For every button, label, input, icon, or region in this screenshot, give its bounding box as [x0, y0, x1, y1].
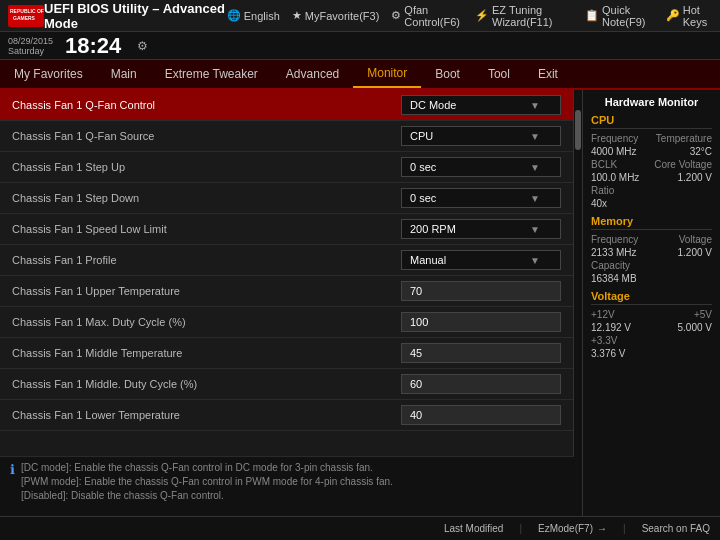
hw-memory-section: Memory [591, 215, 712, 230]
quick-note-shortcut[interactable]: 📋 Quick Note(F9) [585, 4, 654, 28]
setting-label-qfan-control: Chassis Fan 1 Q-Fan Control [12, 99, 401, 111]
hw-ratio-label: Ratio [591, 185, 712, 196]
hw-bclk-row: BCLK Core Voltage [591, 159, 712, 170]
nav-extreme-tweaker[interactable]: Extreme Tweaker [151, 60, 272, 88]
setting-label-step-down: Chassis Fan 1 Step Down [12, 192, 401, 204]
dropdown-speed-low-limit[interactable]: 200 RPM▼ [401, 219, 561, 239]
ez-mode-button[interactable]: EzMode(F7) → [538, 523, 607, 534]
bottom-bar: Last Modified | EzMode(F7) → | Search on… [0, 516, 720, 540]
nav-monitor[interactable]: Monitor [353, 60, 421, 88]
clock-display: 18:24 [65, 33, 121, 59]
scroll-thumb[interactable] [575, 110, 581, 150]
setting-row-middle-temp[interactable]: Chassis Fan 1 Middle Temperature45 [0, 338, 573, 369]
last-modified: Last Modified [444, 523, 503, 534]
hw-cpu-freq-val-row: 4000 MHz 32°C [591, 146, 712, 157]
setting-label-middle-duty: Chassis Fan 1 Middle. Duty Cycle (%) [12, 378, 401, 390]
nav-boot[interactable]: Boot [421, 60, 474, 88]
hw-mem-freq-row: Frequency Voltage [591, 234, 712, 245]
input-middle-duty[interactable]: 60 [401, 374, 561, 394]
rog-logo: REPUBLIC OF GAMERS [8, 5, 44, 27]
setting-label-qfan-source: Chassis Fan 1 Q-Fan Source [12, 130, 401, 142]
info-icon: ℹ [10, 462, 15, 477]
setting-label-max-duty: Chassis Fan 1 Max. Duty Cycle (%) [12, 316, 401, 328]
hw-capacity-value: 16384 MB [591, 273, 712, 284]
setting-row-qfan-source[interactable]: Chassis Fan 1 Q-Fan SourceCPU▼ [0, 121, 573, 152]
setting-label-step-up: Chassis Fan 1 Step Up [12, 161, 401, 173]
setting-label-upper-temp: Chassis Fan 1 Upper Temperature [12, 285, 401, 297]
setting-row-upper-temp[interactable]: Chassis Fan 1 Upper Temperature70 [0, 276, 573, 307]
nav-advanced[interactable]: Advanced [272, 60, 353, 88]
language-select[interactable]: 🌐 English [227, 9, 280, 22]
setting-row-qfan-control[interactable]: Chassis Fan 1 Q-Fan ControlDC Mode▼ [0, 90, 573, 121]
info-bar: ℹ [DC mode]: Enable the chassis Q-Fan co… [0, 456, 574, 516]
setting-row-lower-temp[interactable]: Chassis Fan 1 Lower Temperature40 [0, 400, 573, 431]
hw-v33-label: +3.3V [591, 335, 712, 346]
clock-settings-icon[interactable]: ⚙ [137, 39, 148, 53]
dropdown-step-up[interactable]: 0 sec▼ [401, 157, 561, 177]
setting-row-step-up[interactable]: Chassis Fan 1 Step Up0 sec▼ [0, 152, 573, 183]
hw-mem-freq-val-row: 2133 MHz 1.200 V [591, 247, 712, 258]
setting-row-step-down[interactable]: Chassis Fan 1 Step Down0 sec▼ [0, 183, 573, 214]
setting-row-profile[interactable]: Chassis Fan 1 ProfileManual▼ [0, 245, 573, 276]
info-text: [DC mode]: Enable the chassis Q-Fan cont… [21, 461, 393, 503]
hw-v12-row: +12V +5V [591, 309, 712, 320]
settings-panel: Chassis Fan 1 Q-Fan ControlDC Mode▼Chass… [0, 90, 574, 456]
svg-text:REPUBLIC OF: REPUBLIC OF [10, 8, 44, 14]
hw-capacity-label: Capacity [591, 260, 712, 271]
setting-label-middle-temp: Chassis Fan 1 Middle Temperature [12, 347, 401, 359]
setting-label-lower-temp: Chassis Fan 1 Lower Temperature [12, 409, 401, 421]
date-display: 08/29/2015 Saturday [8, 36, 53, 56]
scrollbar[interactable] [574, 90, 582, 516]
nav-main[interactable]: Main [97, 60, 151, 88]
input-lower-temp[interactable]: 40 [401, 405, 561, 425]
hw-voltage-section: Voltage [591, 290, 712, 305]
time-bar: 08/29/2015 Saturday 18:24 ⚙ [0, 32, 720, 60]
setting-label-profile: Chassis Fan 1 Profile [12, 254, 401, 266]
dropdown-profile[interactable]: Manual▼ [401, 250, 561, 270]
setting-row-max-duty[interactable]: Chassis Fan 1 Max. Duty Cycle (%)100 [0, 307, 573, 338]
my-favorite-shortcut[interactable]: ★ MyFavorite(F3) [292, 9, 380, 22]
nav-bar: My Favorites Main Extreme Tweaker Advanc… [0, 60, 720, 90]
qfan-control-shortcut[interactable]: ⚙ Qfan Control(F6) [391, 4, 463, 28]
setting-label-speed-low-limit: Chassis Fan 1 Speed Low Limit [12, 223, 401, 235]
hw-cpu-section: CPU [591, 114, 712, 129]
input-upper-temp[interactable]: 70 [401, 281, 561, 301]
settings-container: Chassis Fan 1 Q-Fan ControlDC Mode▼Chass… [0, 90, 573, 431]
search-faq-button[interactable]: Search on FAQ [642, 523, 710, 534]
svg-text:GAMERS: GAMERS [13, 15, 36, 21]
input-max-duty[interactable]: 100 [401, 312, 561, 332]
hw-bclk-val-row: 100.0 MHz 1.200 V [591, 172, 712, 183]
input-middle-temp[interactable]: 45 [401, 343, 561, 363]
hw-cpu-freq-row: Frequency Temperature [591, 133, 712, 144]
nav-tool[interactable]: Tool [474, 60, 524, 88]
nav-my-favorites[interactable]: My Favorites [0, 60, 97, 88]
hot-keys-shortcut[interactable]: 🔑 Hot Keys [666, 4, 712, 28]
nav-exit[interactable]: Exit [524, 60, 572, 88]
dropdown-qfan-control[interactable]: DC Mode▼ [401, 95, 561, 115]
hw-v12-val-row: 12.192 V 5.000 V [591, 322, 712, 333]
ez-tuning-shortcut[interactable]: ⚡ EZ Tuning Wizard(F11) [475, 4, 573, 28]
hw-ratio-value: 40x [591, 198, 712, 209]
dropdown-qfan-source[interactable]: CPU▼ [401, 126, 561, 146]
setting-row-middle-duty[interactable]: Chassis Fan 1 Middle. Duty Cycle (%)60 [0, 369, 573, 400]
hw-v33-value: 3.376 V [591, 348, 712, 359]
hw-monitor-title: Hardware Monitor [591, 96, 712, 108]
top-bar-shortcuts: 🌐 English ★ MyFavorite(F3) ⚙ Qfan Contro… [227, 4, 712, 28]
hardware-monitor-panel: Hardware Monitor CPU Frequency Temperatu… [582, 90, 720, 516]
main-layout: Chassis Fan 1 Q-Fan ControlDC Mode▼Chass… [0, 90, 720, 516]
top-bar: REPUBLIC OF GAMERS UEFI BIOS Utility – A… [0, 0, 720, 32]
rog-logo-svg: REPUBLIC OF GAMERS [8, 5, 44, 27]
setting-row-speed-low-limit[interactable]: Chassis Fan 1 Speed Low Limit200 RPM▼ [0, 214, 573, 245]
dropdown-step-down[interactable]: 0 sec▼ [401, 188, 561, 208]
bios-title: UEFI BIOS Utility – Advanced Mode [44, 1, 227, 31]
